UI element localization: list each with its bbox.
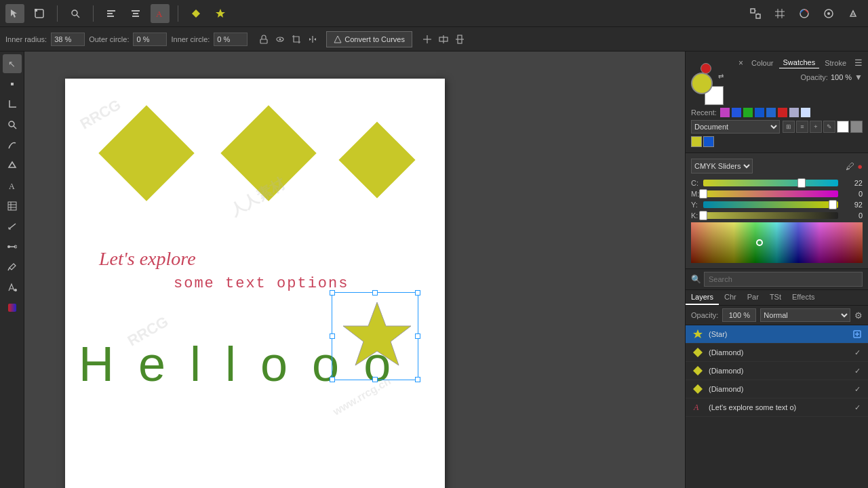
panel-menu-icon[interactable]: ☰	[854, 58, 863, 68]
inner-circle-input[interactable]	[214, 33, 248, 46]
swatches-tab[interactable]: Swatches	[779, 57, 820, 68]
recent-swatch-3[interactable]	[743, 108, 753, 117]
eye-icon[interactable]	[273, 33, 287, 46]
recent-swatch-8[interactable]	[801, 108, 810, 117]
color-icon[interactable]	[795, 4, 814, 23]
stroke-color-swatch[interactable]	[701, 63, 711, 74]
layer-item-diamond-3[interactable]: (Diamond) ✓	[686, 380, 868, 399]
connector-tool[interactable]	[3, 237, 22, 256]
snap-icon[interactable]	[746, 4, 765, 23]
tst-tab[interactable]: TSt	[764, 290, 787, 305]
crop-icon[interactable]	[290, 33, 303, 46]
align-left[interactable]	[102, 4, 121, 23]
fill-tool-left[interactable]	[3, 278, 22, 297]
stroke-tab[interactable]: Stroke	[821, 58, 850, 68]
diamond-shape-2[interactable]	[220, 105, 316, 201]
text-layer-vis[interactable]: ✓	[852, 402, 863, 413]
align-v-center-prop[interactable]	[453, 33, 467, 46]
diamond-layer-vis-3[interactable]: ✓	[852, 384, 863, 394]
outer-circle-input[interactable]	[133, 33, 167, 46]
chr-tab[interactable]: Chr	[719, 290, 742, 305]
small-swatch-yellow[interactable]	[691, 136, 702, 147]
blend-mode-dropdown[interactable]: Normal Multiply Screen	[760, 308, 850, 322]
effects-tab[interactable]: Effects	[787, 290, 820, 305]
layers-search-input[interactable]	[704, 272, 863, 287]
crop-tool[interactable]	[3, 95, 22, 114]
dimension-tool[interactable]	[3, 217, 22, 236]
diamond-shape-1[interactable]	[98, 105, 194, 201]
palette-grid-icon[interactable]: ⊞	[783, 121, 795, 133]
color-picker-gradient[interactable]	[691, 222, 863, 263]
layers-opacity-input[interactable]	[722, 308, 756, 322]
select-tool[interactable]	[5, 4, 24, 23]
par-tab[interactable]: Par	[742, 290, 764, 305]
diamond-shape-3[interactable]	[338, 121, 415, 198]
y-slider-thumb[interactable]	[829, 200, 837, 209]
text-tool-left[interactable]: A	[3, 176, 22, 195]
foreground-color-swatch[interactable]	[691, 73, 713, 94]
zoom-tool[interactable]	[66, 4, 85, 23]
diamond-layer-vis-2[interactable]: ✓	[852, 365, 863, 376]
eyedropper-tool[interactable]	[3, 258, 22, 277]
recent-swatch-7[interactable]	[789, 108, 799, 117]
shape-tool[interactable]	[30, 4, 49, 23]
smart-fill-tool[interactable]	[3, 156, 22, 175]
recent-swatch-1[interactable]	[720, 108, 730, 117]
colour-tab[interactable]: Colour	[747, 58, 777, 68]
star-tool[interactable]	[211, 4, 230, 23]
diamond-layer-vis-1[interactable]: ✓	[852, 347, 863, 358]
text-options[interactable]: some text options	[174, 275, 349, 292]
c-slider-track[interactable]	[703, 180, 838, 186]
k-slider-thumb[interactable]	[699, 211, 707, 220]
mirror-icon[interactable]	[306, 33, 319, 46]
palette-list-icon[interactable]: ≡	[796, 121, 808, 133]
align-left-prop[interactable]	[420, 33, 434, 46]
gray-swatch[interactable]	[850, 121, 863, 133]
handle-br[interactable]	[415, 377, 420, 382]
document-palette-dropdown[interactable]: Document	[691, 120, 780, 134]
swap-colors-icon[interactable]: ⇄	[718, 73, 724, 80]
c-slider-thumb[interactable]	[797, 178, 806, 188]
close-color-panel[interactable]: ×	[738, 58, 743, 68]
palette-edit-icon[interactable]: ✎	[823, 121, 835, 133]
grid-icon[interactable]	[770, 4, 789, 23]
interactive-fill-tool[interactable]	[3, 298, 22, 317]
layer-item-diamond-1[interactable]: (Diamond) ✓	[686, 344, 868, 362]
layer-item-diamond-2[interactable]: (Diamond) ✓	[686, 362, 868, 380]
white-swatch[interactable]	[837, 121, 849, 133]
star-layer-vis[interactable]	[852, 329, 863, 340]
recent-swatch-5[interactable]	[766, 108, 776, 117]
k-slider-track[interactable]	[703, 212, 838, 219]
layers-gear-icon[interactable]: ⚙	[854, 310, 863, 321]
recent-swatch-6[interactable]	[778, 108, 787, 117]
small-swatch-blue[interactable]	[703, 136, 714, 147]
text-explore[interactable]: Let's explore	[99, 248, 196, 270]
recent-swatch-4[interactable]	[755, 108, 764, 117]
cmyk-eyedropper-icon[interactable]: 🖊	[846, 161, 854, 171]
inner-radius-input[interactable]	[51, 33, 85, 46]
canvas-area[interactable]: RRCG 人人素材 RRCG www.rrcg.cn Let's explore…	[24, 52, 685, 488]
layers-tab[interactable]: Layers	[686, 290, 719, 305]
star-shape[interactable]	[336, 296, 418, 377]
cmyk-mode-dropdown[interactable]: CMYK Sliders	[691, 159, 753, 174]
fill-tool[interactable]	[186, 4, 205, 23]
layer-item-star[interactable]: (Star)	[686, 325, 868, 344]
layer-item-text[interactable]: A (Let's explore some text o) ✓	[686, 399, 868, 417]
handle-tr[interactable]	[415, 290, 420, 296]
align-h-center-prop[interactable]	[437, 33, 450, 46]
lock-ratio-icon[interactable]	[257, 33, 271, 46]
m-slider-thumb[interactable]	[699, 189, 707, 199]
node-tool[interactable]	[3, 75, 22, 94]
zoom-pan-tool[interactable]	[3, 115, 22, 134]
opacity-dropdown-icon[interactable]: ▼	[854, 73, 863, 82]
convert-to-curves-button[interactable]: Convert to Curves	[326, 31, 412, 47]
align-center[interactable]	[126, 4, 145, 23]
cmyk-dot-icon[interactable]: ●	[857, 161, 863, 171]
table-tool[interactable]	[3, 197, 22, 216]
resources-icon[interactable]	[819, 4, 838, 23]
text-tool[interactable]: A	[151, 4, 170, 23]
freehand-tool[interactable]	[3, 136, 22, 155]
arrow-select-tool[interactable]: ↖	[3, 54, 22, 73]
m-slider-track[interactable]	[703, 190, 838, 197]
handle-tm[interactable]	[372, 290, 378, 296]
